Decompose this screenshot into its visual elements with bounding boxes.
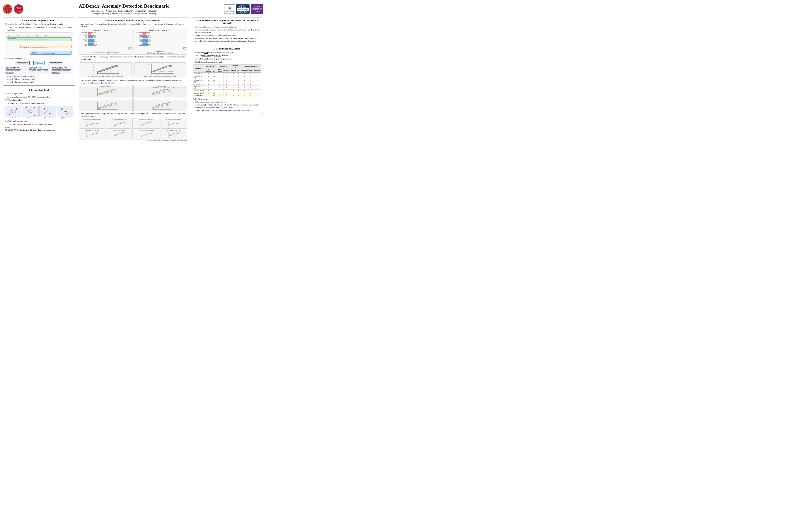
table-cell-rob: ✗ xyxy=(253,73,261,75)
svg-text:PITTSBURGH PA: PITTSBURGH PA xyxy=(16,11,22,12)
open-item-2: 10 more complex tabular datasets from CV… xyxy=(193,103,261,109)
table-cell-rob: ✓ xyxy=(253,94,261,97)
table-cell-types: ✗ xyxy=(248,86,253,90)
table-cell-algo: 6 xyxy=(212,83,216,86)
table-cell-sh: ✗ xyxy=(230,73,236,75)
main-content: 1. Motivation of Proposed ADBench Given … xyxy=(3,18,263,143)
logos-right: AI LAB AI·FINANCE·ECONOMICS Carnegie Mel… xyxy=(224,4,263,14)
table-cell-sup: ✗ xyxy=(240,75,248,79)
table-cell-syn: ✗ xyxy=(223,86,230,90)
th-supervision: Supervision xyxy=(240,68,248,73)
scatter-dep-label: (c) Dependency xyxy=(39,117,56,119)
table-cell-rw: ✓ xyxy=(216,90,224,92)
sufe-logo: 上海财经 大学 1917 xyxy=(3,4,12,14)
svg-point-29 xyxy=(47,111,48,111)
hbar-aucr: DeepSVDD70.91 DAGMM54.03 LODA64.67 COF70… xyxy=(80,32,132,47)
chart4-caption: AUC-PR results of 7 semi- and 9 fully-su… xyxy=(134,76,186,77)
table-cell-datasets: 10 xyxy=(205,75,212,79)
svg-text:上海财经: 上海财经 xyxy=(6,7,10,8)
table-cell-datasets: 3 xyxy=(205,73,212,75)
comparison-table: Benchmark Coverage (§3.2) Data Source Al… xyxy=(193,64,261,97)
svg-point-27 xyxy=(45,113,46,113)
svg-text:70: 70 xyxy=(93,70,94,71)
chart5-caption: AUC-ROC results of AD algorithms on diff… xyxy=(152,87,188,89)
section4-box: 4. Future AD Directions Inspired by Our … xyxy=(191,18,263,44)
finding2-text: with merely 1% labeled anomalies, most s… xyxy=(79,56,187,61)
th-algotype: Algorithm Type xyxy=(230,64,240,68)
table-cell-types: ✓ xyxy=(248,94,253,97)
table-cell-types: ✗ xyxy=(248,79,253,83)
authors: Songqiao Han¹ · Xiyang Hu² · Hailiang Hu… xyxy=(23,10,224,12)
noisy-label: (iii) Noisy and corrupted data xyxy=(5,120,73,122)
svg-point-28 xyxy=(46,112,47,112)
table-cell-sup: ✗ xyxy=(240,83,248,86)
table-cell-sup: ✗ xyxy=(240,86,248,90)
angle1-bullet: Angle I: Varying levels of supervision? xyxy=(5,75,73,78)
table-cell-name: Sinyakov et al. [166] xyxy=(193,86,205,90)
th-benchmark: Benchmark xyxy=(193,64,205,73)
svg-point-23 xyxy=(34,107,35,108)
table-cell-datasets: 19 xyxy=(205,86,212,90)
svg-point-22 xyxy=(29,113,30,113)
table-cell-types: ✗ xyxy=(248,75,253,79)
svg-text:50%: 50% xyxy=(168,74,169,75)
angles-diagram: Angle I (Section 3.3.1 & 4.2) Level of S… xyxy=(5,66,73,74)
svg-point-14 xyxy=(14,112,15,112)
table-cell-dl: ✗ xyxy=(236,90,240,92)
table-cell-algo: 12 xyxy=(212,94,216,97)
noisy-panel5: (e) Irrelevant Features, semi. xyxy=(79,129,106,139)
th-realworld: Real-world xyxy=(216,68,224,73)
header: 上海财经 大学 1917 CARNEGIE MELLON UNIVERSITY … xyxy=(3,2,263,16)
aucr-semisup: 50 70 85 100 1% 5% 25% 50% 100% xyxy=(79,62,132,78)
table-cell-dl: ✗ xyxy=(236,75,240,79)
section1-intro: Given a long list of AD algorithms devel… xyxy=(5,23,73,25)
svg-text:UNIVERSITY: UNIVERSITY xyxy=(16,10,22,10)
svg-point-25 xyxy=(34,115,35,116)
metric-title: Metric xyxy=(5,127,73,129)
svg-point-21 xyxy=(31,112,32,113)
table-cell-dl: ✗ xyxy=(236,92,240,94)
noisy-panel4: (d) Irrelevant Features, unsup. xyxy=(160,118,187,129)
highlight-436: 436 xyxy=(145,19,148,22)
table-cell-rw: ✓ xyxy=(216,79,224,83)
svg-text:85: 85 xyxy=(93,67,94,68)
future-dir-1: Unsupervised algorithm evaluation, selec… xyxy=(193,26,261,28)
fully-open-title: Fully Open-source xyxy=(193,98,261,100)
svg-text:大学: 大学 xyxy=(7,9,8,10)
how-perform: How do they perform under: xyxy=(5,57,73,60)
svg-text:1%: 1% xyxy=(97,74,98,75)
page-wrapper: 上海财经 大学 1917 CARNEGIE MELLON UNIVERSITY … xyxy=(0,0,266,145)
table-cell-sup: ✗ xyxy=(240,79,248,83)
svg-point-15 xyxy=(12,113,12,113)
svg-text:100%: 100% xyxy=(117,74,119,75)
svg-point-12 xyxy=(14,110,14,110)
unsup-chart-pair: Avg Rank 14 13 12 11 10 9 8 7 6 5 4 3 2 … xyxy=(79,29,187,55)
table-cell-sh: ✓ xyxy=(230,75,236,79)
contrib-list: Includes the most datasets (57) and algo… xyxy=(193,51,261,63)
th-robustness: Robustness xyxy=(253,68,261,73)
table-cell-rw: ✓ xyxy=(216,94,224,97)
table-cell-sh: ✓ xyxy=(230,79,236,83)
4panel: (a) Local anomalies xyxy=(79,85,187,111)
svg-text:25%: 25% xyxy=(162,74,164,75)
table-cell-syn: ✗ xyxy=(223,75,230,79)
anom-types-charts: (a) Local anomalies xyxy=(79,85,187,111)
section5-box: 5. Contribution of ADBench Includes the … xyxy=(191,46,263,114)
scatter-local-label: (a) Local xyxy=(5,117,21,119)
finding1-text: surprisingly none of the benchmarked uns… xyxy=(79,23,187,28)
table-cell-algo: 12 xyxy=(212,92,216,94)
svg-text:50: 50 xyxy=(147,70,148,71)
types-anomalies: (ii) Types of anomalies xyxy=(5,99,73,101)
section3-box: 3. What We Find by Conducting Total 98, … xyxy=(77,18,189,143)
svg-text:100: 100 xyxy=(93,64,94,65)
svg-point-38 xyxy=(66,114,67,115)
table-cell-name: Soenen et al. [164] xyxy=(193,83,205,86)
table-cell-rob: ✗ xyxy=(253,75,261,79)
noisy-panel2: (b) Duplicated Anomalies, semi. xyxy=(106,118,133,129)
unsup-scenario: Unsupervised scenario, and 1% ~ 100% lab… xyxy=(5,96,73,98)
svg-point-10 xyxy=(10,109,16,114)
svg-point-35 xyxy=(61,109,62,110)
adbench-diagram: 57 benchmark datasets Coverage (§3.2) → … xyxy=(5,61,73,65)
table-cell-sh: ✓ xyxy=(230,94,236,97)
table-cell-rob: ✗ xyxy=(253,79,261,83)
